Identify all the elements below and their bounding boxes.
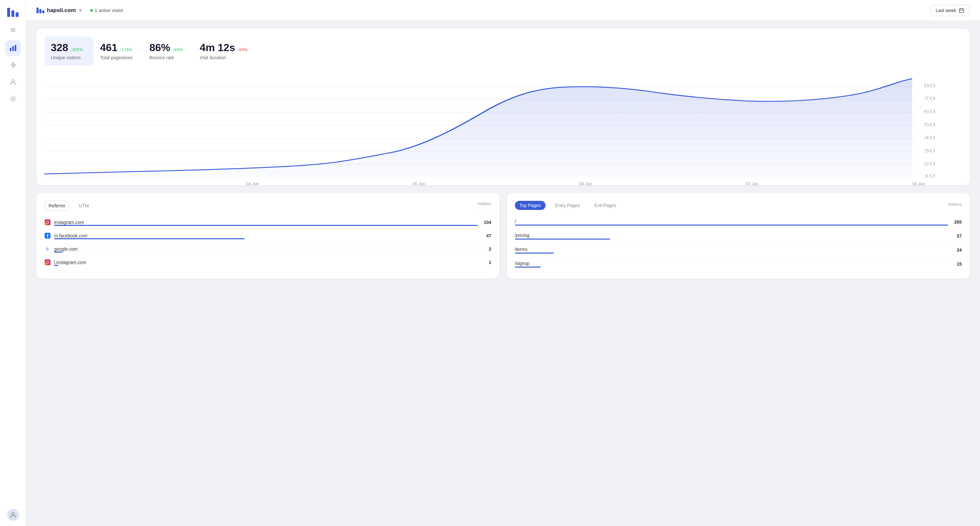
referrer-row-linstagram: l.instagram.com 1 [44, 256, 492, 269]
tab-referrer[interactable]: Referrer [44, 201, 69, 211]
page-bar-terms [515, 253, 554, 254]
facebook-icon [44, 232, 51, 239]
stat-total-pageviews[interactable]: 461 ↑174% Total pageviews [94, 37, 143, 65]
sidebar-item-analytics[interactable] [5, 40, 21, 56]
referrer-bar-google [54, 252, 62, 253]
svg-text:10: 10 [924, 173, 936, 177]
page-name-signup: /signup [515, 261, 530, 266]
page-row-signup: /signup 15 [515, 257, 962, 271]
page-name-wrap-pricing: /pricing [515, 232, 948, 240]
main-content: hapsli.com ▼ 1 active visitor Last week [26, 0, 980, 526]
svg-rect-4 [11, 30, 15, 30]
referrer-name-wrap-google: google.com [54, 246, 478, 252]
unique-visitors-change: ↑925% [70, 47, 83, 52]
svg-rect-12 [37, 8, 39, 13]
pages-tabs: Top Pages Entry Pages Exit Pages [515, 201, 948, 210]
unique-visitors-label: Unique visitors [51, 55, 83, 60]
svg-rect-8 [15, 45, 16, 51]
line-chart: 80 70 60 50 40 30 20 10 04 Jun 05 Jun [44, 73, 962, 177]
referrer-row-facebook: m.facebook.com 47 [44, 229, 492, 243]
sidebar-item-events[interactable] [5, 57, 21, 73]
x-label-4: 08 Jun [912, 181, 925, 186]
bounce-rate-value: 86% [150, 42, 170, 54]
sidebar-nav [0, 40, 26, 107]
date-range-button[interactable]: Last week [930, 5, 970, 16]
page-bar-pricing [515, 238, 610, 240]
svg-point-11 [12, 513, 14, 515]
referrer-row-instagram: instagram.com 104 [44, 216, 492, 229]
sidebar-logo[interactable] [6, 5, 20, 19]
sidebar-collapse-button[interactable] [8, 25, 18, 35]
date-range-label: Last week [936, 8, 956, 13]
svg-text:G: G [46, 247, 49, 251]
visit-duration-label: Visit duration [200, 55, 248, 60]
sidebar [0, 0, 26, 526]
pages-panel: Top Pages Entry Pages Exit Pages Visitor… [507, 193, 970, 279]
site-name: hapsli.com [47, 7, 76, 14]
site-selector[interactable]: hapsli.com ▼ [37, 6, 83, 14]
tab-entry-pages[interactable]: Entry Pages [551, 201, 585, 210]
page-value-signup: 15 [951, 261, 962, 267]
bounce-rate-label: Bounce rate [150, 55, 183, 60]
site-chevron-icon: ▼ [78, 8, 83, 13]
page-row-terms: /terms 24 [515, 243, 962, 257]
sidebar-item-settings[interactable] [5, 91, 21, 107]
svg-rect-31 [45, 219, 51, 225]
referrer-tabs: Referrer UTM Visitors [44, 201, 492, 211]
active-visitors-indicator: 1 active visitor [90, 8, 124, 13]
svg-rect-2 [16, 13, 19, 17]
svg-point-9 [12, 80, 14, 83]
calendar-icon [959, 8, 964, 13]
instagram-icon [44, 219, 51, 226]
linstagram-icon [44, 259, 51, 265]
tab-exit-pages[interactable]: Exit Pages [590, 201, 621, 210]
referrer-name-wrap-facebook: m.facebook.com [54, 233, 478, 238]
pages-visitors-header: Visitors [948, 202, 962, 207]
referrer-name-facebook: m.facebook.com [54, 233, 88, 238]
active-dot [90, 9, 93, 12]
referrer-value-linstagram: 1 [481, 260, 492, 265]
page-bar-root [515, 225, 948, 226]
svg-rect-1 [11, 10, 14, 17]
svg-rect-15 [959, 9, 964, 13]
referrer-value-instagram: 104 [481, 220, 492, 225]
page-bar-signup [515, 267, 541, 267]
google-icon: G [44, 246, 51, 252]
x-label-3: 07 Jun [746, 181, 759, 186]
page-value-root: 265 [951, 219, 962, 225]
page-row-root: / 265 [515, 215, 962, 229]
visit-duration-value: 4m 12s [200, 42, 235, 54]
x-label-1: 05 Jun [413, 181, 425, 186]
svg-rect-13 [40, 9, 42, 13]
svg-text:50: 50 [924, 122, 936, 127]
stat-unique-visitors[interactable]: 328 ↑925% Unique visitors [44, 37, 94, 65]
x-label-2: 06 Jun [579, 181, 592, 186]
svg-text:20: 20 [924, 161, 936, 166]
referrer-name-wrap-linstagram: l.instagram.com [54, 259, 478, 265]
stat-bounce-rate[interactable]: 86% ↑65% Bounce rate [143, 37, 194, 65]
referrer-name-google: google.com [54, 246, 78, 252]
visit-duration-change: ↓64% [237, 47, 248, 52]
page-value-pricing: 57 [951, 234, 962, 238]
referrer-bar-linstagram [54, 265, 58, 266]
referrer-value-facebook: 47 [481, 233, 492, 238]
sidebar-bottom [3, 509, 23, 521]
bottom-panels: Referrer UTM Visitors instagram.com 104 [37, 193, 970, 279]
sidebar-item-users[interactable] [5, 74, 21, 90]
chart-svg: 80 70 60 50 40 30 20 10 [44, 73, 962, 177]
bounce-rate-change: ↑65% [172, 47, 183, 52]
svg-point-10 [12, 98, 14, 100]
tab-utm[interactable]: UTM [75, 201, 93, 211]
page-name-terms: /terms [515, 247, 528, 252]
tab-top-pages[interactable]: Top Pages [515, 201, 546, 210]
page-name-wrap-signup: /signup [515, 261, 948, 267]
page-name-wrap-terms: /terms [515, 246, 948, 254]
chart-card: 328 ↑925% Unique visitors 461 ↑174% Tota… [37, 29, 970, 185]
stat-visit-duration[interactable]: 4m 12s ↓64% Visit duration [193, 37, 258, 65]
page-row-pricing: /pricing 57 [515, 229, 962, 243]
total-pageviews-label: Total pageviews [100, 55, 132, 60]
page-content: 328 ↑925% Unique visitors 461 ↑174% Tota… [26, 21, 980, 526]
user-avatar[interactable] [7, 509, 19, 521]
active-visitors-text: 1 active visitor [95, 8, 124, 13]
svg-point-33 [49, 221, 49, 221]
